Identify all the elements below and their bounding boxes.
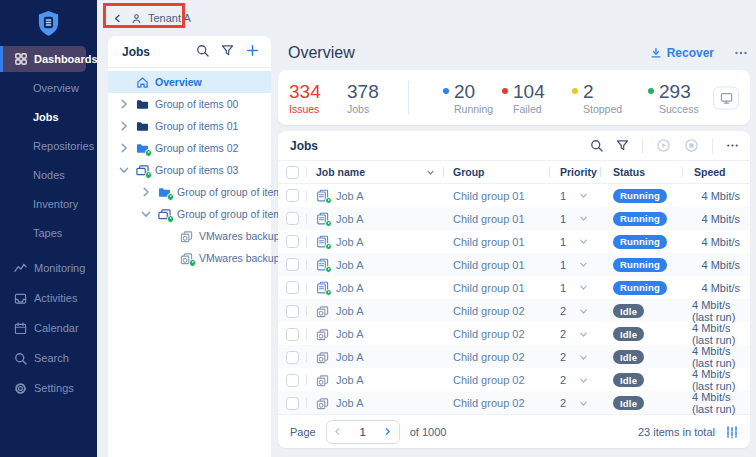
sidebar-item-calendar[interactable]: Calendar bbox=[0, 313, 97, 343]
sidebar-item-jobs[interactable]: Jobs bbox=[0, 103, 97, 132]
chevron-down-icon[interactable] bbox=[579, 399, 588, 408]
chevron-right-icon[interactable] bbox=[118, 120, 130, 132]
sidebar-item-nodes[interactable]: Nodes bbox=[0, 161, 97, 190]
sidebar-item-overview[interactable]: Overview bbox=[0, 74, 97, 103]
monitor-icon[interactable] bbox=[713, 86, 739, 109]
tree-item-group-of-items-00[interactable]: Group of items 00 bbox=[108, 93, 271, 115]
job-name-link[interactable]: Job A bbox=[336, 374, 364, 386]
chevron-down-icon[interactable] bbox=[579, 283, 588, 292]
column-header-job-name[interactable]: Job name bbox=[306, 161, 443, 183]
table-row[interactable]: Job AChild group 011Running4 Mbit/s bbox=[278, 230, 750, 253]
sidebar-item-tapes[interactable]: Tapes bbox=[0, 219, 97, 248]
group-link[interactable]: Child group 01 bbox=[453, 213, 525, 225]
row-checkbox[interactable] bbox=[286, 212, 299, 225]
table-row[interactable]: Job AChild group 022Idle4 Mbit/s (last r… bbox=[278, 368, 750, 391]
chevron-down-icon[interactable] bbox=[579, 330, 588, 339]
column-header-status[interactable]: Status bbox=[600, 161, 682, 183]
job-name-link[interactable]: Job A bbox=[336, 397, 364, 409]
filter-icon[interactable] bbox=[616, 139, 629, 152]
table-row[interactable]: Job AChild group 011Running4 Mbit/s bbox=[278, 253, 750, 276]
ellipsis-icon[interactable] bbox=[734, 46, 748, 60]
job-name-link[interactable]: Job A bbox=[336, 351, 364, 363]
group-link[interactable]: Child group 01 bbox=[453, 282, 525, 294]
sidebar-item-repositories[interactable]: Repositories bbox=[0, 132, 97, 161]
row-checkbox[interactable] bbox=[286, 305, 299, 318]
table-row[interactable]: Job AChild group 011Running4 Mbit/s bbox=[278, 184, 750, 207]
tree-item-group-of-items-02[interactable]: Group of items 02 bbox=[108, 137, 271, 159]
search-icon[interactable] bbox=[196, 44, 209, 57]
group-link[interactable]: Child group 02 bbox=[453, 328, 525, 340]
select-all-checkbox[interactable] bbox=[286, 166, 299, 179]
job-name-link[interactable]: Job A bbox=[336, 305, 364, 317]
sidebar-item-settings[interactable]: Settings bbox=[0, 373, 97, 403]
prev-page-icon[interactable] bbox=[327, 421, 349, 443]
chevron-down-icon[interactable] bbox=[140, 208, 152, 220]
next-page-icon[interactable] bbox=[377, 421, 399, 443]
row-checkbox[interactable] bbox=[286, 258, 299, 271]
chevron-down-icon[interactable] bbox=[579, 260, 588, 269]
job-name-link[interactable]: Job A bbox=[336, 259, 364, 271]
job-name-link[interactable]: Job A bbox=[336, 190, 364, 202]
tree-item-group-of-items-01[interactable]: Group of items 01 bbox=[108, 115, 271, 137]
sidebar-item-search[interactable]: Search bbox=[0, 343, 97, 373]
chevron-down-icon[interactable] bbox=[579, 353, 588, 362]
group-link[interactable]: Child group 02 bbox=[453, 351, 525, 363]
sidebar-item-inventory[interactable]: Inventory bbox=[0, 190, 97, 219]
table-row[interactable]: Job AChild group 011Running4 Mbit/s bbox=[278, 276, 750, 299]
row-checkbox[interactable] bbox=[286, 397, 299, 410]
column-header-speed[interactable]: Speed bbox=[682, 161, 750, 183]
row-checkbox[interactable] bbox=[286, 328, 299, 341]
search-icon[interactable] bbox=[590, 139, 603, 152]
table-row[interactable]: Job AChild group 022Idle4 Mbit/s (last r… bbox=[278, 322, 750, 345]
column-header-priority[interactable]: Priority bbox=[549, 161, 600, 183]
current-page[interactable]: 1 bbox=[349, 426, 377, 438]
chevron-down-icon[interactable] bbox=[579, 191, 588, 200]
group-link[interactable]: Child group 02 bbox=[453, 374, 525, 386]
tree-item-group-of-group-of-items-o[interactable]: Group of group of items o... bbox=[108, 203, 271, 225]
tree-item-vmwares-backup-jo[interactable]: VMwares backup jo... bbox=[108, 247, 271, 269]
ellipsis-icon[interactable] bbox=[726, 139, 739, 152]
job-name-link[interactable]: Job A bbox=[336, 213, 364, 225]
column-settings-icon[interactable] bbox=[725, 425, 739, 439]
back-button[interactable] bbox=[113, 13, 122, 24]
row-checkbox[interactable] bbox=[286, 235, 299, 248]
job-name-link[interactable]: Job A bbox=[336, 282, 364, 294]
column-header-group[interactable]: Group bbox=[443, 161, 549, 183]
chevron-right-icon[interactable] bbox=[118, 142, 130, 154]
table-row[interactable]: Job AChild group 011Running4 Mbit/s bbox=[278, 207, 750, 230]
filter-icon[interactable] bbox=[221, 44, 234, 57]
tree-item-group-of-group-of-items-00[interactable]: Group of group of items 00 bbox=[108, 181, 271, 203]
row-checkbox[interactable] bbox=[286, 374, 299, 387]
recover-button[interactable]: Recover bbox=[650, 46, 714, 60]
chevron-down-icon[interactable] bbox=[118, 164, 130, 176]
chevron-down-icon[interactable] bbox=[426, 168, 435, 177]
tree-item-overview[interactable]: Overview bbox=[108, 71, 271, 93]
table-row[interactable]: Job AChild group 022Idle4 Mbit/s (last r… bbox=[278, 391, 750, 414]
sidebar-item-dashboards[interactable]: Dashboards bbox=[0, 46, 86, 72]
tenant-selector[interactable]: Tenant A bbox=[131, 12, 191, 24]
group-link[interactable]: Child group 01 bbox=[453, 190, 525, 202]
play-circle-icon[interactable] bbox=[656, 138, 671, 153]
tree-item-vmwares-backup-j0[interactable]: VMwares backup j0... bbox=[108, 225, 271, 247]
chevron-down-icon[interactable] bbox=[579, 376, 588, 385]
plus-icon[interactable] bbox=[246, 44, 259, 57]
chevron-right-icon[interactable] bbox=[118, 98, 130, 110]
job-name-link[interactable]: Job A bbox=[336, 328, 364, 340]
sidebar-item-monitoring[interactable]: Monitoring bbox=[0, 253, 97, 283]
chevron-down-icon[interactable] bbox=[579, 214, 588, 223]
row-checkbox[interactable] bbox=[286, 281, 299, 294]
chevron-right-icon[interactable] bbox=[140, 186, 152, 198]
stop-circle-icon[interactable] bbox=[684, 138, 699, 153]
row-checkbox[interactable] bbox=[286, 189, 299, 202]
chevron-down-icon[interactable] bbox=[579, 237, 588, 246]
table-row[interactable]: Job AChild group 022Idle4 Mbit/s (last r… bbox=[278, 299, 750, 322]
table-row[interactable]: Job AChild group 022Idle4 Mbit/s (last r… bbox=[278, 345, 750, 368]
group-link[interactable]: Child group 01 bbox=[453, 236, 525, 248]
tree-item-group-of-items-03[interactable]: Group of items 03 bbox=[108, 159, 271, 181]
sidebar-item-activities[interactable]: Activities bbox=[0, 283, 97, 313]
chevron-down-icon[interactable] bbox=[579, 307, 588, 316]
group-link[interactable]: Child group 02 bbox=[453, 305, 525, 317]
job-name-link[interactable]: Job A bbox=[336, 236, 364, 248]
row-checkbox[interactable] bbox=[286, 351, 299, 364]
group-link[interactable]: Child group 02 bbox=[453, 397, 525, 409]
